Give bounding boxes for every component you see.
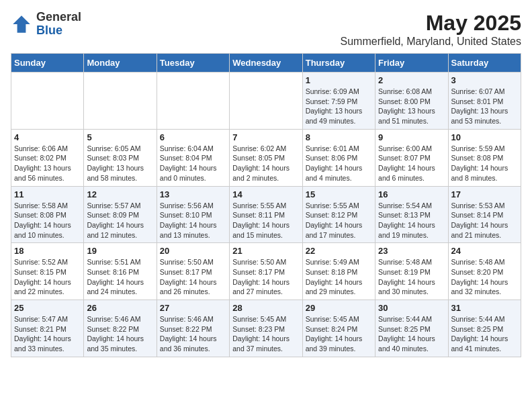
calendar-cell: 11Sunrise: 5:58 AM Sunset: 8:08 PM Dayli… xyxy=(11,186,84,243)
calendar-week-row: 4Sunrise: 6:06 AM Sunset: 8:02 PM Daylig… xyxy=(11,129,521,186)
day-info: Sunrise: 6:01 AM Sunset: 8:06 PM Dayligh… xyxy=(306,144,372,183)
day-number: 20 xyxy=(160,246,226,256)
calendar-cell: 7Sunrise: 6:02 AM Sunset: 8:05 PM Daylig… xyxy=(230,129,302,186)
day-number: 6 xyxy=(160,132,226,142)
day-info: Sunrise: 5:54 AM Sunset: 8:13 PM Dayligh… xyxy=(378,201,445,240)
day-info: Sunrise: 6:00 AM Sunset: 8:07 PM Dayligh… xyxy=(378,144,445,183)
day-number: 7 xyxy=(232,132,299,142)
day-number: 25 xyxy=(14,303,81,313)
calendar-cell: 4Sunrise: 6:06 AM Sunset: 8:02 PM Daylig… xyxy=(11,129,84,186)
calendar-week-row: 11Sunrise: 5:58 AM Sunset: 8:08 PM Dayli… xyxy=(11,186,521,243)
calendar-cell: 8Sunrise: 6:01 AM Sunset: 8:06 PM Daylig… xyxy=(302,129,375,186)
day-number: 16 xyxy=(378,189,445,199)
calendar-cell: 27Sunrise: 5:46 AM Sunset: 8:22 PM Dayli… xyxy=(157,300,229,357)
day-info: Sunrise: 5:58 AM Sunset: 8:08 PM Dayligh… xyxy=(14,201,81,240)
column-header-monday: Monday xyxy=(84,54,157,73)
day-number: 4 xyxy=(14,132,81,142)
calendar-cell: 31Sunrise: 5:44 AM Sunset: 8:25 PM Dayli… xyxy=(448,300,521,357)
day-info: Sunrise: 5:47 AM Sunset: 8:21 PM Dayligh… xyxy=(14,314,81,354)
day-info: Sunrise: 5:50 AM Sunset: 8:17 PM Dayligh… xyxy=(160,257,226,297)
calendar-cell: 20Sunrise: 5:50 AM Sunset: 8:17 PM Dayli… xyxy=(157,243,229,300)
day-info: Sunrise: 5:48 AM Sunset: 8:19 PM Dayligh… xyxy=(378,257,445,297)
day-number: 11 xyxy=(14,189,81,199)
column-header-saturday: Saturday xyxy=(448,54,521,73)
calendar-table: SundayMondayTuesdayWednesdayThursdayFrid… xyxy=(11,53,521,357)
day-number: 27 xyxy=(160,303,226,313)
day-info: Sunrise: 5:46 AM Sunset: 8:22 PM Dayligh… xyxy=(87,314,153,354)
logo-blue: Blue xyxy=(36,24,62,37)
calendar-cell: 5Sunrise: 6:05 AM Sunset: 8:03 PM Daylig… xyxy=(84,129,157,186)
day-number: 23 xyxy=(378,246,445,256)
day-number: 13 xyxy=(160,189,226,199)
day-info: Sunrise: 5:49 AM Sunset: 8:18 PM Dayligh… xyxy=(306,257,372,297)
day-info: Sunrise: 5:53 AM Sunset: 8:14 PM Dayligh… xyxy=(451,201,518,240)
calendar-cell: 23Sunrise: 5:48 AM Sunset: 8:19 PM Dayli… xyxy=(375,243,448,300)
column-header-wednesday: Wednesday xyxy=(230,54,302,73)
calendar-cell: 28Sunrise: 5:45 AM Sunset: 8:23 PM Dayli… xyxy=(230,300,302,357)
calendar-cell: 24Sunrise: 5:48 AM Sunset: 8:20 PM Dayli… xyxy=(448,243,521,300)
day-info: Sunrise: 5:55 AM Sunset: 8:12 PM Dayligh… xyxy=(306,201,372,240)
day-number: 14 xyxy=(232,189,299,199)
day-number: 5 xyxy=(87,132,153,142)
column-header-tuesday: Tuesday xyxy=(157,54,229,73)
day-info: Sunrise: 6:09 AM Sunset: 7:59 PM Dayligh… xyxy=(306,87,372,126)
page-title: May 2025 xyxy=(341,11,521,36)
page-header: General Blue May 2025 Summerfield, Maryl… xyxy=(11,11,521,48)
column-header-friday: Friday xyxy=(375,54,448,73)
calendar-cell: 18Sunrise: 5:52 AM Sunset: 8:15 PM Dayli… xyxy=(11,243,84,300)
day-info: Sunrise: 5:44 AM Sunset: 8:25 PM Dayligh… xyxy=(378,314,445,354)
day-info: Sunrise: 6:02 AM Sunset: 8:05 PM Dayligh… xyxy=(232,144,299,183)
calendar-cell: 6Sunrise: 6:04 AM Sunset: 8:04 PM Daylig… xyxy=(157,129,229,186)
day-info: Sunrise: 6:05 AM Sunset: 8:03 PM Dayligh… xyxy=(87,144,153,183)
day-info: Sunrise: 5:50 AM Sunset: 8:17 PM Dayligh… xyxy=(232,257,299,297)
day-number: 2 xyxy=(378,75,445,85)
day-number: 22 xyxy=(306,246,372,256)
calendar-cell: 16Sunrise: 5:54 AM Sunset: 8:13 PM Dayli… xyxy=(375,186,448,243)
calendar-cell xyxy=(157,73,229,130)
day-info: Sunrise: 5:57 AM Sunset: 8:09 PM Dayligh… xyxy=(87,201,153,240)
day-info: Sunrise: 5:51 AM Sunset: 8:16 PM Dayligh… xyxy=(87,257,153,297)
day-number: 28 xyxy=(232,303,299,313)
calendar-week-row: 25Sunrise: 5:47 AM Sunset: 8:21 PM Dayli… xyxy=(11,300,521,357)
day-number: 8 xyxy=(306,132,372,142)
logo-icon xyxy=(11,13,32,35)
day-number: 12 xyxy=(87,189,153,199)
day-number: 10 xyxy=(451,132,518,142)
day-info: Sunrise: 6:06 AM Sunset: 8:02 PM Dayligh… xyxy=(14,144,81,183)
calendar-header-row: SundayMondayTuesdayWednesdayThursdayFrid… xyxy=(11,54,521,73)
column-header-sunday: Sunday xyxy=(11,54,84,73)
day-info: Sunrise: 5:46 AM Sunset: 8:22 PM Dayligh… xyxy=(160,314,226,354)
calendar-cell xyxy=(11,73,84,130)
day-info: Sunrise: 5:52 AM Sunset: 8:15 PM Dayligh… xyxy=(14,257,81,297)
day-number: 19 xyxy=(87,246,153,256)
day-info: Sunrise: 5:55 AM Sunset: 8:11 PM Dayligh… xyxy=(232,201,299,240)
calendar-cell: 17Sunrise: 5:53 AM Sunset: 8:14 PM Dayli… xyxy=(448,186,521,243)
title-block: May 2025 Summerfield, Maryland, United S… xyxy=(341,11,521,48)
calendar-cell xyxy=(84,73,157,130)
calendar-cell: 2Sunrise: 6:08 AM Sunset: 8:00 PM Daylig… xyxy=(375,73,448,130)
calendar-cell: 30Sunrise: 5:44 AM Sunset: 8:25 PM Dayli… xyxy=(375,300,448,357)
day-number: 18 xyxy=(14,246,81,256)
day-number: 1 xyxy=(306,75,372,85)
svg-marker-0 xyxy=(13,15,30,33)
calendar-cell: 1Sunrise: 6:09 AM Sunset: 7:59 PM Daylig… xyxy=(302,73,375,130)
calendar-cell: 3Sunrise: 6:07 AM Sunset: 8:01 PM Daylig… xyxy=(448,73,521,130)
calendar-cell: 9Sunrise: 6:00 AM Sunset: 8:07 PM Daylig… xyxy=(375,129,448,186)
logo-general: General xyxy=(36,10,81,24)
day-info: Sunrise: 6:07 AM Sunset: 8:01 PM Dayligh… xyxy=(451,87,518,126)
calendar-week-row: 1Sunrise: 6:09 AM Sunset: 7:59 PM Daylig… xyxy=(11,73,521,130)
calendar-cell: 21Sunrise: 5:50 AM Sunset: 8:17 PM Dayli… xyxy=(230,243,302,300)
day-info: Sunrise: 5:56 AM Sunset: 8:10 PM Dayligh… xyxy=(160,201,226,240)
calendar-cell xyxy=(230,73,302,130)
calendar-cell: 14Sunrise: 5:55 AM Sunset: 8:11 PM Dayli… xyxy=(230,186,302,243)
day-number: 21 xyxy=(232,246,299,256)
day-info: Sunrise: 5:45 AM Sunset: 8:23 PM Dayligh… xyxy=(232,314,299,354)
day-info: Sunrise: 5:44 AM Sunset: 8:25 PM Dayligh… xyxy=(451,314,518,354)
day-info: Sunrise: 5:59 AM Sunset: 8:08 PM Dayligh… xyxy=(451,144,518,183)
day-info: Sunrise: 5:48 AM Sunset: 8:20 PM Dayligh… xyxy=(451,257,518,297)
calendar-cell: 25Sunrise: 5:47 AM Sunset: 8:21 PM Dayli… xyxy=(11,300,84,357)
calendar-cell: 19Sunrise: 5:51 AM Sunset: 8:16 PM Dayli… xyxy=(84,243,157,300)
day-info: Sunrise: 5:45 AM Sunset: 8:24 PM Dayligh… xyxy=(306,314,372,354)
day-number: 31 xyxy=(451,303,518,313)
calendar-cell: 15Sunrise: 5:55 AM Sunset: 8:12 PM Dayli… xyxy=(302,186,375,243)
